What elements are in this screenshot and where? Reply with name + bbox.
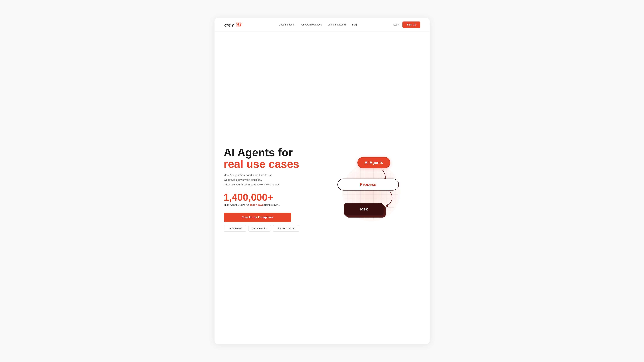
chat-docs-button[interactable]: Chat with our docs [273, 225, 299, 232]
nav-actions: Login Sign Up [394, 21, 420, 28]
task-label: Task [359, 207, 368, 212]
enterprise-button[interactable]: CrewAI+ for Enterprises [224, 213, 291, 222]
task-card-front: Task [344, 203, 384, 215]
svg-text:AI: AI [236, 22, 242, 27]
stat-description: Multi-Agent Crews run last 7 days using … [224, 203, 316, 207]
hero-title-line2: real use cases [224, 158, 316, 170]
hero-subtitle: Most AI agent frameworks are hard to use… [224, 173, 316, 187]
ai-agents-card: AI Agents [358, 157, 390, 168]
process-label: Process [360, 182, 376, 187]
hero-right: AI Agents Process Task [316, 151, 420, 228]
signup-button[interactable]: Sign Up [402, 21, 420, 28]
hero-left: AI Agents for real use cases Most AI age… [224, 147, 316, 232]
stat-days: last 7 days [250, 203, 264, 206]
nav-documentation[interactable]: Documentation [279, 23, 295, 26]
process-card: Process [338, 179, 399, 191]
documentation-button[interactable]: Documentation [248, 225, 271, 232]
nav-links: Documentation Chat with our docs Join ou… [279, 23, 357, 26]
svg-text:crew: crew [224, 22, 234, 28]
subtitle-line3: Automate your most important workflows q… [224, 183, 316, 187]
framework-button[interactable]: The framework [224, 225, 246, 232]
stat-desc-suffix: using crewAI. [264, 203, 280, 206]
main-content: AI Agents for real use cases Most AI age… [214, 31, 430, 344]
nav-blog[interactable]: Blog [352, 23, 357, 26]
stat-desc-prefix: Multi-Agent Crews run [224, 203, 250, 206]
hero-title-line1: AI Agents for [224, 146, 293, 159]
nav-discord[interactable]: Join our Discord [328, 23, 346, 26]
page-wrapper: crew AI Documentation Chat with our docs… [214, 18, 430, 344]
secondary-buttons: The framework Documentation Chat with ou… [224, 225, 316, 232]
subtitle-line2: We provide power with simplicity. [224, 178, 316, 182]
task-card-stack: Task [344, 203, 384, 215]
ai-agents-label: AI Agents [365, 160, 383, 165]
login-button[interactable]: Login [394, 23, 399, 26]
diagram-container: AI Agents Process Task [328, 154, 408, 225]
stat-number: 1,400,000+ [224, 192, 316, 202]
navbar: crew AI Documentation Chat with our docs… [214, 18, 430, 31]
nav-chat-docs[interactable]: Chat with our docs [301, 23, 322, 26]
subtitle-line1: Most AI agent frameworks are hard to use… [224, 173, 316, 177]
logo[interactable]: crew AI [224, 21, 242, 28]
hero-title: AI Agents for real use cases [224, 147, 316, 170]
